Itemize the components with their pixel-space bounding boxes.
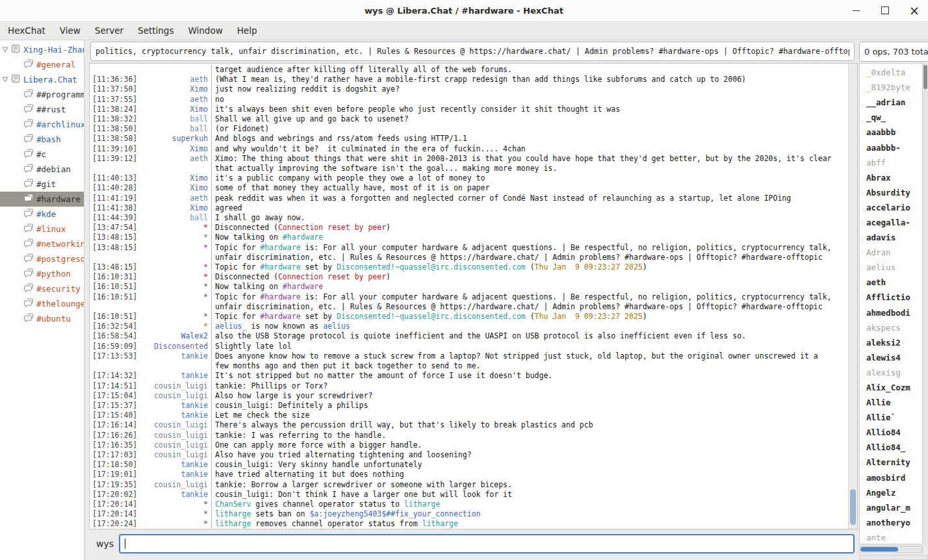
user-list[interactable]: _0xdelta_8192byte__adrian_qw_aaabbbaaabb… <box>859 63 923 544</box>
user-item-allie[interactable]: Allie <box>860 395 922 410</box>
maximize-button[interactable] <box>879 5 891 16</box>
menu-item-view[interactable]: View <box>60 25 81 36</box>
user-item-absurdity[interactable]: Absurdity <box>860 185 922 200</box>
expander-icon[interactable] <box>2 77 10 83</box>
close-button[interactable]: × <box>909 5 920 16</box>
user-item-angelz[interactable]: Angelz <box>860 485 922 500</box>
title-bar[interactable]: wys @ Libera.Chat / #hardware - HexChat … <box>0 0 928 21</box>
user-item-aleksi2[interactable]: aleksi2 <box>860 335 922 350</box>
tree-item-linux[interactable]: #linux <box>0 222 84 236</box>
user-item-adavis[interactable]: adavis <box>860 230 922 245</box>
tree-item-ubuntu[interactable]: #ubuntu <box>0 311 84 326</box>
tree-item-kde[interactable]: #kde <box>0 207 84 222</box>
tree-item-postgresql[interactable]: #postgresql <box>0 251 84 266</box>
timestamp: [16:10:51] <box>90 292 142 302</box>
message: no <box>211 95 848 105</box>
chat-line: [11:39:12]aethXimo: The thing about thin… <box>90 154 848 164</box>
message-input[interactable] <box>119 534 855 554</box>
expander-icon[interactable] <box>2 47 10 53</box>
minimize-button[interactable] <box>850 5 862 16</box>
nick: cousin_luigi <box>142 480 211 490</box>
timestamp: [17:15:40] <box>90 411 142 420</box>
server-tree[interactable]: Xing-Hai-Zhan#generalLibera.Chat##progra… <box>0 40 84 560</box>
nick: tankie <box>142 371 211 381</box>
user-item-alewis4[interactable]: alewis4 <box>860 350 922 365</box>
chat-scrollbar-thumb[interactable] <box>850 489 856 525</box>
bottom-scrollbar-track[interactable] <box>859 555 928 560</box>
tree-item-debian[interactable]: #debian <box>0 162 84 177</box>
user-item-alternity[interactable]: Alternity <box>860 455 922 470</box>
user-item-ante[interactable]: ante <box>860 530 922 544</box>
message-segment: (What I mean is, they'd rather have a mo… <box>215 75 746 84</box>
user-item-afflictio[interactable]: Afflictio <box>860 290 922 305</box>
tree-item-thelounge[interactable]: #thelounge <box>0 296 84 311</box>
message-segment: $a:joeyzheng5403$##fix_your_connection <box>309 509 480 518</box>
user-item-8192byte[interactable]: _8192byte <box>860 80 922 95</box>
chat-line: [17:13:53]tankieDoes anyone know how to … <box>90 351 848 361</box>
nick: tankie <box>142 411 211 420</box>
tree-item-rust[interactable]: ##rust <box>0 102 84 117</box>
chat-line: [13:47:54]*Disconnected (Connection rese… <box>90 223 848 233</box>
tree-item-general[interactable]: #general <box>0 57 84 72</box>
tree-item-xing-hai-zhan[interactable]: Xing-Hai-Zhan <box>0 42 84 57</box>
message-segment: gives channel operator status to <box>251 500 404 509</box>
user-item-anotheryo[interactable]: anotheryo <box>860 515 922 530</box>
chat-line: target audience after killing off litera… <box>90 65 848 75</box>
user-item-allio84[interactable]: Allio84 <box>860 425 922 440</box>
user-item-aaabbb[interactable]: aaabbb <box>860 125 922 140</box>
user-item-alix-cozm[interactable]: Alix_Cozm <box>860 380 922 395</box>
message-segment: is: For all your computer hardware & adj… <box>301 243 832 252</box>
user-item-adrian[interactable]: __adrian <box>860 95 922 110</box>
chat-scrollbar[interactable] <box>848 64 857 529</box>
user-item-accelario[interactable]: accelario <box>860 200 922 215</box>
timestamp: [11:37:55] <box>90 95 142 105</box>
user-item-ahmedbodi[interactable]: ahmedbodi <box>860 305 922 320</box>
tree-item-archlinux[interactable]: #archlinux <box>0 117 84 132</box>
user-item-aelius[interactable]: aelius <box>860 260 922 275</box>
chat-panel[interactable]: target audience after killing off litera… <box>89 63 858 529</box>
tree-item-git[interactable]: #git <box>0 177 84 192</box>
nick-button[interactable]: wys <box>96 539 114 549</box>
user-item-acegalla[interactable]: acegalla- <box>860 215 922 230</box>
timestamp: [16:59:09] <box>90 342 142 351</box>
user-item-adran[interactable]: Adran <box>860 245 922 260</box>
tree-item-bash[interactable]: #bash <box>0 132 84 147</box>
tree-item-c[interactable]: #c <box>0 147 84 162</box>
timestamp: [16:10:31] <box>90 272 142 282</box>
user-item-amosbird[interactable]: amosbird <box>860 470 922 485</box>
user-list-scrollbar[interactable] <box>923 63 928 544</box>
user-item-abrax[interactable]: Abrax <box>860 170 922 185</box>
user-list-hscrollbar-thumb[interactable] <box>860 547 898 552</box>
tree-item-python[interactable]: #python <box>0 266 84 281</box>
menu-item-hexchat[interactable]: HexChat <box>8 25 45 36</box>
tree-item-libera-chat[interactable]: Libera.Chat <box>0 72 84 87</box>
tree-item-networking[interactable]: #networking <box>0 236 84 251</box>
tree-item-security[interactable]: #security <box>0 281 84 296</box>
tree-item-hardware[interactable]: #hardware <box>0 192 84 207</box>
chat-line: [11:41:19]aethpeak reddit was when it wa… <box>90 194 848 203</box>
tree-item-programming[interactable]: ##programming <box>0 87 84 102</box>
menu-item-server[interactable]: Server <box>95 25 123 36</box>
user-item-0xdelta[interactable]: _0xdelta <box>860 65 922 80</box>
user-list-hscrollbar[interactable] <box>859 546 923 553</box>
channel-icon <box>23 193 34 205</box>
user-item-angular-m[interactable]: angular_m <box>860 500 922 515</box>
nick: superkuh <box>142 134 211 144</box>
user-item-alexisg[interactable]: alexisg <box>860 365 922 380</box>
user-item-abff[interactable]: abff <box>860 155 922 170</box>
channel-icon <box>23 283 34 295</box>
topic-input[interactable] <box>90 42 855 61</box>
user-item-aeth[interactable]: aeth <box>860 275 922 290</box>
message-segment: Topic for <box>215 243 260 252</box>
user-item-aaabbb[interactable]: aaabbb- <box>860 140 922 155</box>
user-item-allie[interactable]: Allie` <box>860 410 922 425</box>
menu-item-settings[interactable]: Settings <box>138 25 174 36</box>
menu-item-help[interactable]: Help <box>237 25 257 36</box>
user-list-scrollbar-thumb[interactable] <box>923 65 927 89</box>
chat-line: [11:40:13]Ximoit's a public company with… <box>90 173 848 183</box>
user-item-allio84[interactable]: Allio84_ <box>860 440 922 455</box>
message-segment: target audience after killing off litera… <box>215 65 512 74</box>
user-item-qw[interactable]: _qw_ <box>860 110 922 125</box>
user-item-akspecs[interactable]: akspecs <box>860 320 922 335</box>
menu-item-window[interactable]: Window <box>188 25 222 36</box>
